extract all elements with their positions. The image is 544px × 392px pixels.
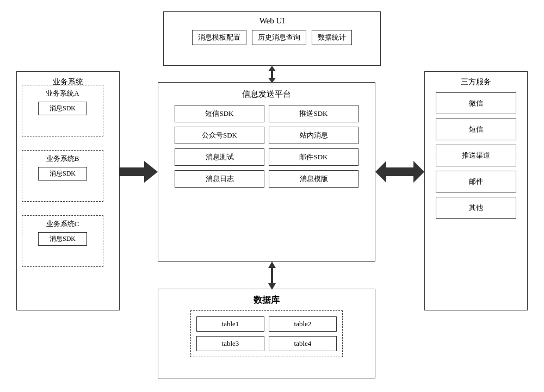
biz-a-label: 业务系统A <box>22 89 103 98</box>
table3-btn: table3 <box>196 336 264 351</box>
plat-btn-msg-log: 消息日志 <box>175 170 264 188</box>
arrow-platform-database <box>264 262 280 290</box>
tp-email: 邮件 <box>436 171 516 192</box>
plat-btn-email-sdk: 邮件SDK <box>269 148 358 166</box>
svg-marker-2 <box>268 78 276 83</box>
svg-rect-10 <box>386 167 413 176</box>
tp-sms: 短信 <box>436 119 516 140</box>
database-box: 数据库 table1 table2 table3 table4 <box>158 289 375 378</box>
svg-marker-8 <box>144 161 158 183</box>
web-ui-btn-history: 历史消息查询 <box>252 30 306 45</box>
svg-marker-0 <box>268 66 276 71</box>
svg-marker-4 <box>268 262 276 268</box>
biz-b-sdk: 消息SDK <box>38 167 87 181</box>
table1-btn: table1 <box>196 316 264 332</box>
table2-btn: table2 <box>269 316 337 332</box>
tp-wechat: 微信 <box>436 92 516 114</box>
arrow-webui-platform <box>264 66 280 83</box>
plat-btn-push-sdk: 推送SDK <box>269 105 358 122</box>
biz-a-box: 业务系统A 消息SDK <box>22 85 103 136</box>
web-ui-btn-template: 消息模板配置 <box>192 30 246 45</box>
table4-btn: table4 <box>269 336 337 351</box>
arrow-platform-thirdparty <box>375 161 424 183</box>
svg-rect-5 <box>271 268 273 283</box>
third-party-box: 三方服务 微信 短信 推送渠道 邮件 其他 <box>424 71 528 310</box>
plat-btn-msg-test: 消息测试 <box>175 148 264 166</box>
third-party-buttons: 微信 短信 推送渠道 邮件 其他 <box>425 92 527 219</box>
biz-c-box: 业务系统C 消息SDK <box>22 215 103 267</box>
plat-btn-site-msg: 站内消息 <box>269 127 358 144</box>
platform-grid: 短信SDK 推送SDK 公众号SDK 站内消息 消息测试 邮件SDK 消息日志 … <box>158 105 375 188</box>
svg-marker-6 <box>268 283 276 290</box>
plat-btn-msg-template: 消息模版 <box>269 170 358 188</box>
biz-b-label: 业务系统B <box>22 154 103 164</box>
tp-other: 其他 <box>436 197 516 219</box>
svg-rect-7 <box>120 167 144 176</box>
svg-rect-3 <box>271 71 273 78</box>
svg-marker-11 <box>413 161 424 183</box>
third-party-label: 三方服务 <box>425 77 527 87</box>
plat-btn-sms-sdk: 短信SDK <box>175 105 264 122</box>
svg-marker-9 <box>375 161 386 183</box>
biz-c-sdk: 消息SDK <box>38 232 87 246</box>
web-ui-btn-stats: 数据统计 <box>312 30 352 45</box>
biz-a-sdk: 消息SDK <box>38 102 87 115</box>
database-title: 数据库 <box>158 295 375 306</box>
database-grid: table1 table2 table3 table4 <box>196 316 337 351</box>
web-ui-buttons: 消息模板配置 历史消息查询 数据统计 <box>164 30 380 45</box>
tp-push: 推送渠道 <box>436 145 516 166</box>
arrow-biz-platform <box>120 161 158 183</box>
plat-btn-wechat-sdk: 公众号SDK <box>175 127 264 144</box>
database-inner: table1 table2 table3 table4 <box>190 310 343 357</box>
biz-b-box: 业务系统B 消息SDK <box>22 150 103 202</box>
platform-title: 信息发送平台 <box>158 89 375 99</box>
web-ui-box: Web UI 消息模板配置 历史消息查询 数据统计 <box>163 11 381 66</box>
platform-box: 信息发送平台 短信SDK 推送SDK 公众号SDK 站内消息 消息测试 邮件SD… <box>158 82 375 262</box>
web-ui-title: Web UI <box>164 16 380 26</box>
biz-c-label: 业务系统C <box>22 219 103 229</box>
